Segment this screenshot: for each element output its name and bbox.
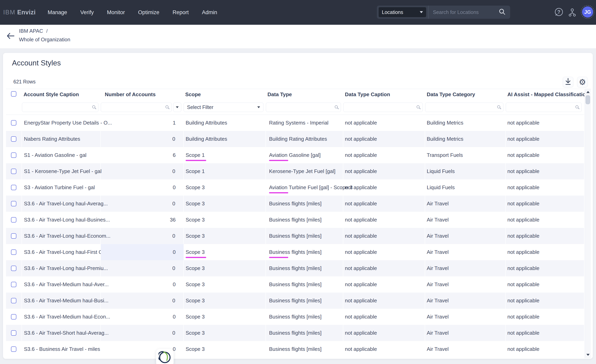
data-type-value: Business flights [miles] xyxy=(269,330,321,336)
user-avatar[interactable]: JG xyxy=(582,6,593,18)
row-checkbox[interactable] xyxy=(11,233,16,239)
cell-checkbox xyxy=(6,163,22,179)
cell-data-type-category: Air Travel xyxy=(425,244,506,260)
filter-input-wrap-number-of-accounts xyxy=(101,103,172,112)
org-hierarchy-icon[interactable] xyxy=(568,8,577,18)
back-arrow-icon[interactable] xyxy=(6,32,15,41)
envizi-spinner-icon xyxy=(158,351,171,364)
cell-data-type: Business flights [miles] xyxy=(266,276,343,293)
filter-input-wrap-data-type-caption xyxy=(343,103,423,112)
settings-button[interactable]: ⚙ xyxy=(577,77,588,87)
cell-data-type-caption: not applicable xyxy=(343,228,425,244)
row-checkbox[interactable] xyxy=(11,201,16,206)
cell-checkbox xyxy=(6,325,22,341)
scroll-thumb[interactable] xyxy=(586,95,590,104)
table-header-row: Account Style CaptionNumber of AccountsS… xyxy=(6,89,584,100)
nav-item-monitor[interactable]: Monitor xyxy=(107,9,125,15)
cell-data-type: Business flights [miles] xyxy=(266,341,343,357)
scope-underline-indicator xyxy=(186,257,206,258)
row-checkbox[interactable] xyxy=(11,152,16,158)
brand-envizi: Envizi xyxy=(17,9,36,16)
app-root: { "navbar": { "logo_ibm": "IBM", "logo_e… xyxy=(0,0,596,364)
cell-number-of-accounts: 0 xyxy=(101,228,184,244)
filter-input-data-type-category[interactable] xyxy=(425,103,503,112)
cell-ai-assist-mapped-classification: not applicable xyxy=(506,244,584,260)
row-checkbox[interactable] xyxy=(11,120,16,126)
row-checkbox[interactable] xyxy=(11,185,16,190)
data-type-value: Business flights [miles] xyxy=(269,297,321,304)
cell-scope: Scope 1 xyxy=(184,147,266,163)
page-title: Account Styles xyxy=(12,59,61,67)
cell-data-type-caption: not applicable xyxy=(343,196,425,212)
row-checkbox[interactable] xyxy=(11,266,16,271)
row-checkbox[interactable] xyxy=(11,282,16,287)
scope-value: Scope 1 xyxy=(186,168,205,174)
search-scope-select[interactable]: Locations xyxy=(379,7,426,17)
nav-item-report[interactable]: Report xyxy=(172,9,189,15)
search-icon[interactable] xyxy=(499,8,506,16)
scope-value: Scope 3 xyxy=(186,265,205,271)
table-row: S3.6 - Business Air Travel - miles0Scope… xyxy=(6,341,584,357)
cell-data-type-category: Building Metrics xyxy=(425,115,506,131)
filter-input-number-of-accounts[interactable] xyxy=(101,103,172,112)
filter-input-ai-assist-mapped-classification[interactable] xyxy=(506,103,582,112)
filter-input-data-type-caption[interactable] xyxy=(343,103,423,112)
cell-checkbox xyxy=(6,276,22,293)
cell-data-type: Kerosene-Type Jet Fuel [gal] xyxy=(266,163,343,179)
search-icon xyxy=(165,105,168,108)
data-type-value: Business flights [miles] xyxy=(269,249,321,255)
scope-value: Scope 3 xyxy=(186,281,205,288)
filter-select-scope[interactable]: Select Filter xyxy=(184,103,263,112)
cell-number-of-accounts: 0 xyxy=(101,260,184,276)
row-checkbox[interactable] xyxy=(11,314,16,319)
filter-dropdown-button-number-of-accounts[interactable] xyxy=(173,103,181,112)
select-all-checkbox[interactable] xyxy=(11,91,16,97)
table-row: S3.6 - Air Travel-Medium haul-Aver...0Sc… xyxy=(6,276,584,293)
column-header-ai-assist-mapped-classification: AI Assist - Mapped Classification xyxy=(506,91,584,97)
cell-number-of-accounts: 0 xyxy=(101,309,184,325)
filter-input-data-type[interactable] xyxy=(266,103,341,112)
cell-account-style-caption: S3.6 - Air Travel-Long haul-Premiu... xyxy=(22,260,101,276)
nav-item-optimize[interactable]: Optimize xyxy=(138,9,159,15)
row-checkbox[interactable] xyxy=(11,298,16,303)
row-checkbox[interactable] xyxy=(11,217,16,223)
breadcrumb-level1[interactable]: IBM APAC xyxy=(19,28,43,34)
row-checkbox[interactable] xyxy=(11,249,16,255)
cell-ai-assist-mapped-classification: not applicable xyxy=(506,179,584,196)
cell-account-style-caption: S3.6 - Air Travel-Medium haul-Aver... xyxy=(22,276,101,293)
nav-item-manage[interactable]: Manage xyxy=(48,9,67,15)
cell-checkbox xyxy=(6,212,22,228)
filter-input-account-style-caption[interactable] xyxy=(22,103,98,112)
cell-checkbox xyxy=(6,147,22,163)
download-button[interactable] xyxy=(563,77,573,87)
row-checkbox[interactable] xyxy=(11,346,16,352)
cell-scope: Scope 3 xyxy=(184,260,266,276)
cell-number-of-accounts: 0 xyxy=(101,276,184,293)
scope-value: Scope 3 xyxy=(186,249,205,255)
account-styles-card: Account Styles 621 Rows ⚙ Account Style … xyxy=(3,53,593,359)
cell-data-type-caption: not applicable xyxy=(343,244,425,260)
cell-scope: Scope 3 xyxy=(184,244,266,260)
row-checkbox[interactable] xyxy=(11,330,16,336)
cell-checkbox xyxy=(6,341,22,357)
cell-data-type: Business flights [miles] xyxy=(266,196,343,212)
table-scrollbar[interactable] xyxy=(585,89,591,358)
filter-cell-account-style-caption xyxy=(22,103,101,112)
cell-account-style-caption: EnergyStar Property Use Details - O... xyxy=(22,115,101,131)
global-search-group: Locations xyxy=(377,6,510,19)
nav-item-verify[interactable]: Verify xyxy=(80,9,94,15)
scroll-down-icon[interactable] xyxy=(586,354,590,356)
cell-account-style-caption: S3.6 - Business Air Travel - miles xyxy=(22,341,101,357)
scroll-up-icon[interactable] xyxy=(586,91,590,93)
row-checkbox[interactable] xyxy=(11,169,16,174)
cell-scope: Scope 3 xyxy=(184,309,266,325)
global-search-input[interactable] xyxy=(429,6,499,19)
cell-data-type-category: Liquid Fuels xyxy=(425,163,506,179)
cell-checkbox xyxy=(6,131,22,147)
cell-data-type-caption: not applicable xyxy=(343,179,425,196)
table-row: S3.6 - Air Travel-Long haul-Premiu...0Sc… xyxy=(6,260,584,276)
help-icon[interactable]: ? xyxy=(555,8,564,17)
row-checkbox[interactable] xyxy=(11,136,16,142)
cell-account-style-caption: S1 - Aviation Gasoline - gal xyxy=(22,147,101,163)
nav-item-admin[interactable]: Admin xyxy=(202,9,217,15)
